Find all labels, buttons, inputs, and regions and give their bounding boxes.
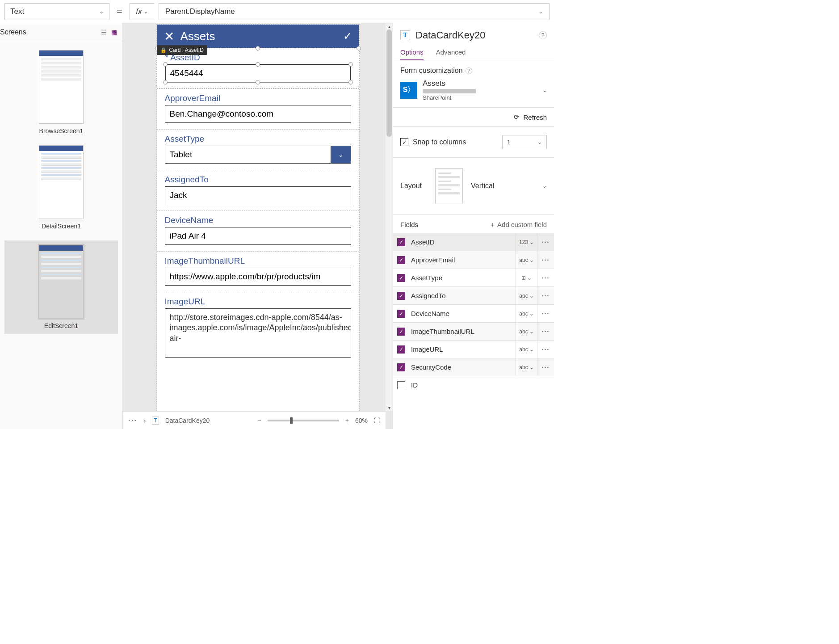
refresh-button[interactable]: ⟳ Refresh [514,113,547,121]
field-more-button[interactable]: ··· [537,251,554,269]
sharepoint-icon: S〉 [400,82,417,99]
approveremail-input[interactable] [165,105,351,123]
field-row[interactable]: ✓SecurityCodeabc ⌄··· [393,358,554,376]
imageurl-input[interactable]: http://store.storeimages.cdn-apple.com/8… [165,308,351,358]
grid-view-icon[interactable]: ▦ [111,29,117,36]
form-title: Assets [180,29,215,43]
devicename-input[interactable] [165,227,351,245]
layout-row: Layout Vertical ⌄ [393,158,554,215]
field-checkbox[interactable]: ✓ [393,310,409,318]
list-view-icon[interactable]: ☰ [101,29,107,36]
fx-button[interactable]: fx⌄ [130,3,154,20]
field-row[interactable]: ✓AssetID123 ⌄··· [393,233,554,251]
tab-advanced[interactable]: Advanced [436,45,466,60]
datasource-name: Assets [423,79,476,88]
field-checkbox[interactable]: ✓ [393,238,409,246]
fit-screen-icon[interactable]: ⛶ [374,417,380,424]
property-name: Text [10,7,24,16]
screen-thumb-detail[interactable]: DetailScreen1 [4,145,118,230]
field-row[interactable]: ID [393,376,554,394]
canvas-scrollbar[interactable]: ▴ ▾ [386,23,393,411]
field-more-button[interactable]: ··· [537,341,554,358]
field-type-selector[interactable]: abc ⌄ [516,323,537,340]
field-row[interactable]: ✓AssignedToabc ⌄··· [393,286,554,304]
field-row[interactable]: ✓ImageThumbnailURLabc ⌄··· [393,322,554,340]
scroll-up-icon[interactable]: ▴ [386,24,393,29]
field-checkbox[interactable]: ✓ [393,274,409,282]
zoom-in-button[interactable]: + [345,417,349,424]
datacard-approveremail[interactable]: ApproverEmail [157,89,359,130]
layout-value: Vertical [471,182,494,190]
field-row[interactable]: ✓ApproverEmailabc ⌄··· [393,251,554,269]
phone-preview: ✕ Assets ✓ 🔒 Card : AssetID * AssetID [156,24,360,429]
field-type-selector[interactable]: abc ⌄ [516,305,537,322]
columns-select[interactable]: 1 ⌄ [502,135,547,149]
datacard-assignedto[interactable]: AssignedTo [157,170,359,211]
field-row[interactable]: ✓ImageURLabc ⌄··· [393,340,554,358]
breadcrumb-chevron-icon[interactable]: › [144,417,146,424]
field-checkbox[interactable] [393,381,409,389]
datacard-devicename[interactable]: DeviceName [157,211,359,252]
field-more-button[interactable]: ··· [537,287,554,304]
datacard-assettype[interactable]: AssetType ⌄ [157,130,359,170]
field-checkbox[interactable]: ✓ [393,328,409,336]
screen-thumb-browse[interactable]: BrowseScreen1 [4,50,118,135]
assettype-input[interactable] [165,146,331,164]
field-name: ImageURL [409,345,516,353]
breadcrumb[interactable]: DataCardKey20 [165,417,210,424]
status-bar: ··· › T DataCardKey20 − + 60% ⛶ [123,411,386,429]
dropdown-button[interactable]: ⌄ [331,146,351,164]
datacard-imageurl[interactable]: ImageURL http://store.storeimages.cdn-ap… [157,292,359,364]
layout-select[interactable]: Vertical ⌄ [471,182,547,190]
field-more-button[interactable]: ··· [537,305,554,322]
assignedto-input[interactable] [165,186,351,204]
assetid-input[interactable] [165,64,351,82]
submit-icon[interactable]: ✓ [343,30,352,42]
datasource-service: SharePoint [423,94,476,101]
add-custom-field-button[interactable]: + Add custom field [491,221,547,228]
help-icon[interactable]: ? [539,31,547,39]
field-more-button[interactable]: ··· [537,323,554,340]
chevron-down-icon: ⌄ [99,8,104,15]
field-checkbox[interactable]: ✓ [393,363,409,371]
more-icon[interactable]: ··· [128,417,138,424]
close-icon[interactable]: ✕ [164,29,174,44]
snap-checkbox[interactable]: ✓ Snap to columns [400,138,466,146]
property-selector[interactable]: Text ⌄ [4,3,109,20]
field-type-selector[interactable]: abc ⌄ [516,287,537,304]
field-type-selector[interactable]: abc ⌄ [516,251,537,269]
help-icon[interactable]: ? [466,67,472,74]
columns-value: 1 [507,139,511,146]
section-title: Form customization [400,67,463,75]
field-checkbox[interactable]: ✓ [393,256,409,264]
field-checkbox[interactable]: ✓ [393,345,409,354]
field-row[interactable]: ✓AssetType⊞ ⌄··· [393,269,554,286]
zoom-slider[interactable] [268,420,339,421]
chevron-down-icon[interactable]: ⌄ [542,87,547,93]
field-more-button[interactable]: ··· [537,233,554,251]
field-more-button[interactable]: ··· [537,358,554,376]
screen-thumb-edit[interactable]: EditScreen1 [4,240,118,334]
layout-preview-icon [435,168,463,203]
datacard-imagethumbnailurl[interactable]: ImageThumbnailURL [157,252,359,292]
field-type-selector[interactable]: abc ⌄ [516,341,537,358]
scroll-down-icon[interactable]: ▾ [386,405,393,410]
screens-panel: Screens ☰ ▦ BrowseScreen1 DetailScreen1 [0,23,123,429]
canvas-area[interactable]: ✕ Assets ✓ 🔒 Card : AssetID * AssetID [123,23,393,429]
screens-title: Screens [0,28,26,36]
field-type-selector[interactable]: 123 ⌄ [516,233,537,251]
formula-text: Parent.DisplayName [165,7,235,16]
datasource-row[interactable]: S〉 Assets SharePoint ⌄ [400,79,547,101]
field-checkbox[interactable]: ✓ [393,292,409,300]
field-more-button[interactable]: ··· [537,269,554,286]
scroll-thumb[interactable] [386,29,392,137]
field-row[interactable]: ✓DeviceNameabc ⌄··· [393,304,554,322]
tab-options[interactable]: Options [400,45,424,60]
card-label: AssignedTo [165,175,351,185]
formula-input[interactable]: Parent.DisplayName ⌄ [159,3,550,20]
card-tooltip: 🔒 Card : AssetID [157,45,207,55]
field-type-selector[interactable]: abc ⌄ [516,358,537,376]
field-type-selector[interactable]: ⊞ ⌄ [516,269,537,286]
thumbnail-input[interactable] [165,268,351,286]
zoom-out-button[interactable]: − [258,417,261,424]
